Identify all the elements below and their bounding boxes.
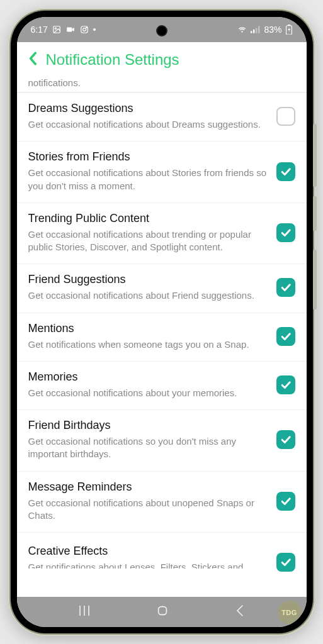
screen: 6:17 83% (17, 17, 307, 627)
signal-icon (251, 26, 261, 33)
settings-row[interactable]: Creative EffectsGet notifications about … (17, 533, 307, 572)
settings-row-desc: Get occasional notifications about unope… (28, 497, 268, 523)
header: Notification Settings (17, 42, 307, 77)
settings-checkbox[interactable] (276, 327, 295, 346)
settings-list: Dreams SuggestionsGet occasional notific… (17, 92, 307, 572)
settings-row-title: Stories from Friends (28, 150, 268, 164)
svg-rect-6 (251, 31, 252, 33)
settings-checkbox[interactable] (276, 430, 295, 449)
settings-row-text: Dreams SuggestionsGet occasional notific… (28, 102, 268, 131)
settings-checkbox[interactable] (276, 223, 295, 242)
device-back-button[interactable] (234, 604, 246, 620)
svg-rect-9 (258, 26, 259, 33)
settings-row-text: MentionsGet notifications when someone t… (28, 322, 268, 351)
phone-frame: 6:17 83% (11, 11, 313, 633)
settings-row-title: Memories (28, 370, 268, 384)
partial-row-top: notifications. (17, 77, 307, 92)
settings-row-desc: Get occasional notifications so you don'… (28, 435, 268, 461)
back-button[interactable] (25, 48, 42, 72)
settings-row[interactable]: Stories from FriendsGet occasional notif… (17, 142, 307, 203)
settings-checkbox[interactable] (276, 162, 295, 181)
settings-row-desc: Get occasional notifications about your … (28, 387, 268, 399)
wifi-icon (237, 25, 247, 34)
settings-row-title: Creative Effects (28, 545, 268, 558)
settings-content[interactable]: notifications. Dreams SuggestionsGet occ… (17, 77, 307, 597)
recents-button[interactable] (77, 604, 91, 619)
status-left: 6:17 (31, 25, 96, 35)
settings-row-title: Friend Birthdays (28, 419, 268, 432)
home-button[interactable] (156, 604, 169, 620)
settings-row-desc: Get occasional notifications about trend… (28, 228, 268, 254)
settings-row-text: Message RemindersGet occasional notifica… (28, 480, 268, 523)
settings-row-text: Friend SuggestionsGet occasional notific… (28, 273, 268, 302)
status-right: 83% (237, 25, 292, 35)
video-icon (65, 25, 76, 34)
status-battery-text: 83% (264, 25, 281, 35)
settings-row-desc: Get notifications about Lenses, Filters,… (28, 561, 268, 569)
settings-checkbox[interactable] (276, 278, 295, 297)
settings-row[interactable]: Friend BirthdaysGet occasional notificat… (17, 410, 307, 472)
phone-side-button (313, 124, 317, 187)
settings-row[interactable]: MentionsGet notifications when someone t… (17, 313, 307, 362)
chevron-left-icon (28, 52, 38, 65)
settings-row-desc: Get occasional notifications about Stori… (28, 167, 268, 192)
settings-row-title: Message Reminders (28, 480, 268, 494)
svg-rect-15 (159, 607, 167, 615)
settings-row-title: Trending Public Content (28, 212, 268, 225)
settings-row-title: Friend Suggestions (28, 273, 268, 286)
settings-row-desc: Get notifications when someone tags you … (28, 338, 268, 351)
svg-point-4 (82, 28, 86, 31)
phone-side-button (313, 250, 317, 309)
battery-icon (285, 25, 293, 35)
image-icon (52, 25, 61, 34)
settings-row-desc: Get occasional notifications about Dream… (28, 118, 268, 131)
brand-badge: TDG (278, 601, 302, 625)
settings-checkbox[interactable] (276, 107, 295, 126)
front-camera (156, 25, 167, 36)
instagram-icon (80, 25, 89, 34)
settings-checkbox[interactable] (276, 553, 295, 572)
settings-row[interactable]: Friend SuggestionsGet occasional notific… (17, 264, 307, 313)
svg-rect-8 (256, 28, 257, 33)
svg-rect-7 (253, 30, 254, 33)
settings-row[interactable]: Trending Public ContentGet occasional no… (17, 203, 307, 265)
settings-row-text: Friend BirthdaysGet occasional notificat… (28, 419, 268, 461)
settings-row-title: Mentions (28, 322, 268, 335)
svg-point-5 (86, 27, 86, 28)
status-time: 6:17 (31, 25, 48, 35)
settings-row-text: Trending Public ContentGet occasional no… (28, 212, 268, 254)
page-title: Notification Settings (46, 51, 179, 69)
phone-side-button (313, 196, 317, 231)
settings-row[interactable]: MemoriesGet occasional notifications abo… (17, 362, 307, 410)
settings-row-text: Creative EffectsGet notifications about … (28, 545, 268, 569)
settings-row-text: Stories from FriendsGet occasional notif… (28, 150, 268, 192)
svg-rect-2 (67, 28, 72, 32)
settings-row[interactable]: Dreams SuggestionsGet occasional notific… (17, 93, 307, 142)
svg-point-1 (55, 28, 56, 29)
settings-checkbox[interactable] (276, 492, 295, 511)
settings-checkbox[interactable] (276, 375, 295, 394)
settings-row[interactable]: Message RemindersGet occasional notifica… (17, 472, 307, 533)
android-nav-bar: TDG (17, 597, 307, 627)
settings-row-desc: Get occasional notifications about Frien… (28, 289, 268, 302)
settings-row-title: Dreams Suggestions (28, 102, 268, 115)
more-dot-icon (93, 28, 96, 31)
settings-row-text: MemoriesGet occasional notifications abo… (28, 370, 268, 399)
